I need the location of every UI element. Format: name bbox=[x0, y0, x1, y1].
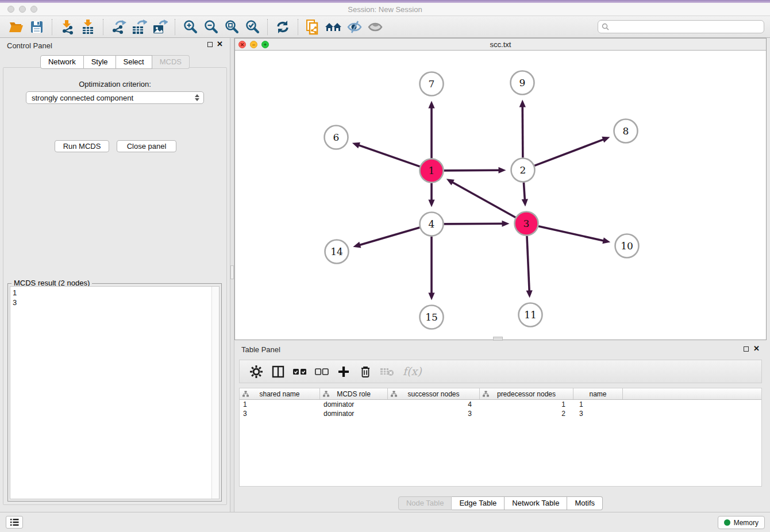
task-history-button[interactable] bbox=[6, 516, 23, 529]
table-cell[interactable]: dominator bbox=[320, 400, 388, 409]
zoom-in-button[interactable] bbox=[181, 18, 199, 36]
refresh-button[interactable] bbox=[274, 18, 292, 36]
search-input[interactable] bbox=[611, 23, 760, 31]
toolbar-separator bbox=[298, 19, 298, 35]
table-row[interactable]: 1dominator411 bbox=[240, 400, 761, 409]
zoom-selected-button[interactable] bbox=[243, 18, 261, 36]
float-panel-icon[interactable] bbox=[207, 42, 213, 47]
window-title: Session: New Session bbox=[0, 5, 770, 14]
network-graph[interactable]: 7968124314101511 bbox=[235, 51, 766, 340]
run-mcds-button[interactable]: Run MCDS bbox=[55, 140, 109, 152]
memory-button[interactable]: Memory bbox=[718, 516, 765, 529]
graph-edge-1-6[interactable] bbox=[358, 145, 419, 167]
table-panel: Table Panel ✕ bbox=[234, 342, 767, 511]
new-network-from-selection-button[interactable] bbox=[304, 18, 322, 36]
deselect-all-checkboxes-button[interactable] bbox=[312, 363, 332, 381]
criterion-dropdown[interactable]: strongly connected component bbox=[26, 91, 204, 104]
mcds-result-area[interactable]: 1 3 bbox=[10, 286, 220, 499]
table-panel-header: Table Panel ✕ bbox=[234, 342, 767, 357]
function-builder-button[interactable]: f(x) bbox=[399, 363, 425, 381]
tab-network[interactable]: Network bbox=[40, 55, 84, 69]
import-table-button[interactable] bbox=[79, 18, 97, 36]
graph-edge-2-3[interactable] bbox=[523, 182, 525, 200]
table-cell[interactable]: 3 bbox=[388, 409, 480, 418]
table-settings-button[interactable] bbox=[247, 363, 266, 381]
column-header-name[interactable]: name bbox=[573, 388, 623, 399]
graph-edge-4-14[interactable] bbox=[359, 228, 419, 245]
export-table-button[interactable] bbox=[130, 18, 148, 36]
table-cell[interactable]: 4 bbox=[388, 400, 480, 409]
delete-table-button[interactable] bbox=[378, 363, 397, 381]
plus-icon bbox=[337, 365, 350, 378]
tab-edge-table[interactable]: Edge Table bbox=[452, 496, 505, 510]
table-row[interactable]: 3dominator323 bbox=[240, 409, 761, 418]
open-session-button[interactable] bbox=[7, 18, 25, 36]
delete-column-button[interactable] bbox=[356, 363, 375, 381]
column-header-predecessor-nodes[interactable]: predecessor nodes bbox=[480, 388, 573, 399]
column-header-mcds-role[interactable]: MCDS role bbox=[320, 388, 388, 399]
zoom-selected-icon bbox=[245, 20, 260, 34]
splitter-handle[interactable] bbox=[230, 265, 234, 279]
export-image-button[interactable] bbox=[151, 18, 169, 36]
first-neighbors-button[interactable] bbox=[325, 18, 343, 36]
column-layout-button[interactable] bbox=[268, 363, 288, 381]
graph-edge-2-9[interactable] bbox=[522, 106, 523, 157]
trash-icon bbox=[360, 365, 371, 378]
edge-arrowhead-icon bbox=[428, 200, 434, 207]
graph-edge-3-10[interactable] bbox=[538, 226, 604, 241]
close-panel-icon[interactable]: ✕ bbox=[217, 40, 223, 48]
save-session-button[interactable] bbox=[28, 18, 46, 36]
table-cell[interactable]: 1 bbox=[573, 400, 623, 409]
column-header-label: successor nodes bbox=[407, 390, 459, 398]
graph-node-label: 7 bbox=[429, 78, 435, 90]
result-scrollbar[interactable] bbox=[211, 287, 219, 499]
columns-icon bbox=[272, 365, 284, 378]
open-folder-icon bbox=[9, 20, 24, 34]
table-cell[interactable]: 1 bbox=[240, 400, 320, 409]
column-header-shared-name[interactable]: shared name bbox=[240, 388, 320, 399]
close-panel-button[interactable]: Close panel bbox=[117, 140, 176, 152]
graph-edge-1-2[interactable] bbox=[444, 170, 499, 171]
zoom-fit-button[interactable] bbox=[222, 18, 241, 36]
tab-mcds[interactable]: MCDS bbox=[152, 55, 190, 69]
search-field[interactable] bbox=[598, 20, 764, 33]
vertical-splitter[interactable] bbox=[230, 38, 234, 512]
network-canvas[interactable]: 7968124314101511 bbox=[235, 51, 766, 340]
graph-edge-3-11[interactable] bbox=[527, 236, 529, 291]
export-network-button[interactable] bbox=[109, 18, 128, 36]
select-all-checkboxes-button[interactable] bbox=[290, 363, 310, 381]
unchecked-boxes-icon bbox=[315, 368, 329, 375]
graph-node-label: 8 bbox=[623, 125, 629, 137]
status-bar: Memory bbox=[0, 512, 770, 532]
graph-edge-3-1[interactable] bbox=[452, 182, 515, 218]
hide-selected-button[interactable] bbox=[345, 18, 364, 36]
float-table-panel-icon[interactable] bbox=[744, 346, 749, 352]
network-window-titlebar[interactable]: ✕ − + scc.txt bbox=[235, 38, 766, 51]
horizontal-splitter-handle[interactable] bbox=[493, 337, 503, 341]
column-header-successor-nodes[interactable]: successor nodes bbox=[388, 388, 480, 399]
edge-arrowhead-icon bbox=[428, 293, 434, 300]
tab-node-table[interactable]: Node Table bbox=[398, 496, 452, 510]
table-cell[interactable]: dominator bbox=[320, 409, 388, 418]
criterion-dropdown-value: strongly connected component bbox=[32, 94, 133, 102]
table-cell[interactable]: 3 bbox=[240, 409, 320, 418]
tab-network-table[interactable]: Network Table bbox=[505, 496, 567, 510]
main-toolbar bbox=[0, 16, 770, 38]
node-table[interactable]: shared nameMCDS rolesuccessor nodesprede… bbox=[239, 388, 762, 487]
graph-edge-2-8[interactable] bbox=[534, 139, 604, 165]
table-cell[interactable]: 2 bbox=[480, 409, 573, 418]
tab-select[interactable]: Select bbox=[116, 55, 152, 69]
import-network-button[interactable] bbox=[58, 18, 76, 36]
graph-edge-4-3[interactable] bbox=[444, 223, 503, 224]
table-cell[interactable]: 1 bbox=[480, 400, 573, 409]
table-cell[interactable]: 3 bbox=[573, 409, 623, 418]
close-table-panel-icon[interactable]: ✕ bbox=[753, 345, 760, 353]
graph-node-label: 4 bbox=[429, 218, 435, 230]
attribute-tree-icon bbox=[391, 391, 397, 397]
show-all-button[interactable] bbox=[366, 18, 384, 36]
zoom-out-button[interactable] bbox=[202, 18, 220, 36]
tab-motifs[interactable]: Motifs bbox=[567, 496, 603, 510]
add-column-button[interactable] bbox=[334, 363, 353, 381]
edge-arrowhead-icon bbox=[602, 137, 610, 142]
tab-style[interactable]: Style bbox=[84, 55, 116, 69]
